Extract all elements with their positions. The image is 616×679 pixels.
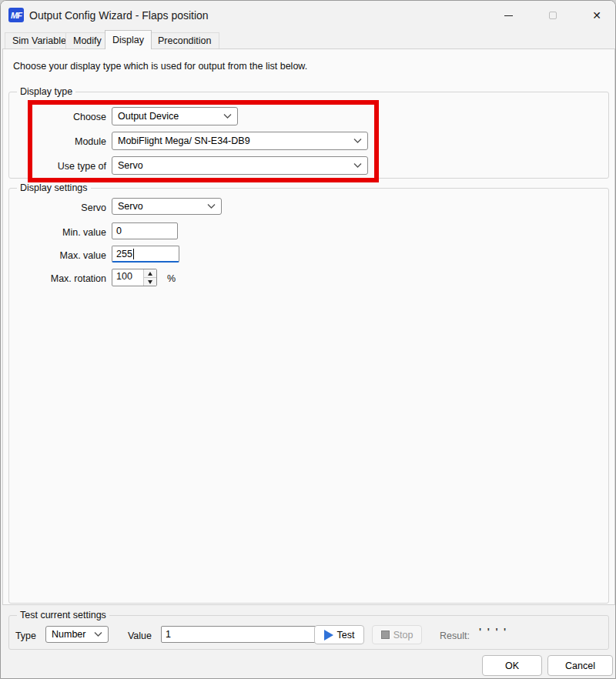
tab-display[interactable]: Display (105, 30, 152, 49)
test-button[interactable]: Test (314, 625, 364, 644)
minimize-button[interactable] (492, 1, 524, 30)
max-value-input[interactable]: 255 (112, 246, 179, 263)
use-type-dropdown[interactable]: Servo (112, 156, 368, 175)
test-value-input[interactable] (161, 626, 327, 643)
choose-dropdown-value: Output Device (118, 111, 179, 122)
arrow-down-icon (148, 280, 152, 284)
use-type-dropdown-value: Servo (118, 160, 143, 171)
chevron-down-icon (353, 138, 362, 144)
min-value-input[interactable] (112, 222, 178, 239)
servo-dropdown-value: Servo (118, 201, 143, 212)
cancel-button[interactable]: Cancel (547, 655, 613, 676)
tab-precondition[interactable]: Precondition (150, 32, 219, 49)
servo-dropdown[interactable]: Servo (112, 198, 222, 215)
title-bar: MF Output Config Wizard - Flaps position (1, 1, 615, 30)
minimize-icon (504, 15, 513, 16)
percent-unit-label: % (167, 273, 176, 284)
stop-icon (381, 630, 390, 639)
servo-label: Servo (14, 202, 106, 213)
display-type-legend: Display type (17, 86, 75, 97)
text-caret (133, 249, 134, 259)
chevron-down-icon (207, 203, 216, 209)
max-rotation-value: 100 (112, 269, 143, 286)
window-title: Output Config Wizard - Flaps position (29, 1, 209, 30)
choose-label: Choose (14, 112, 106, 122)
stop-button-label: Stop (393, 630, 413, 641)
max-rotation-label: Max. rotation (14, 273, 106, 284)
spin-down-button[interactable] (144, 277, 156, 286)
max-value-text: 255 (116, 249, 132, 259)
ok-button[interactable]: OK (482, 655, 542, 676)
test-value-label: Value (101, 630, 152, 641)
result-value: ' ' ' ' (479, 626, 507, 637)
test-settings-legend: Test current settings (17, 610, 109, 620)
maximize-icon (549, 12, 557, 19)
test-type-label: Type (13, 630, 36, 641)
min-value-label: Min. value (14, 227, 106, 238)
arrow-up-icon (148, 272, 152, 276)
spin-up-button[interactable] (144, 269, 156, 277)
use-type-of-label: Use type of (14, 161, 106, 172)
close-button[interactable] (581, 1, 613, 30)
tab-sim-variable[interactable]: Sim Variable (5, 32, 74, 49)
maximize-button[interactable] (537, 1, 569, 30)
play-icon (324, 630, 333, 641)
max-rotation-stepper[interactable]: 100 (112, 269, 157, 286)
result-label: Result: (440, 630, 470, 641)
choose-dropdown[interactable]: Output Device (112, 107, 238, 125)
display-settings-legend: Display settings (17, 182, 91, 193)
ok-button-label: OK (505, 661, 519, 671)
max-value-label: Max. value (14, 250, 106, 261)
output-config-wizard-window: MF Output Config Wizard - Flaps position… (0, 0, 616, 679)
chevron-down-icon (353, 162, 362, 169)
test-type-dropdown-value: Number (52, 629, 85, 640)
cancel-button-label: Cancel (565, 661, 595, 671)
tab-modify[interactable]: Modify (65, 32, 109, 49)
page-description: Choose your display type which is used f… (13, 61, 307, 72)
module-label: Module (14, 136, 106, 147)
test-type-dropdown[interactable]: Number (45, 626, 109, 643)
mobiflight-logo-icon: MF (8, 8, 24, 22)
stop-button[interactable]: Stop (372, 625, 422, 644)
test-button-label: Test (337, 630, 355, 641)
module-dropdown-value: MobiFlight Mega/ SN-E34-DB9 (118, 135, 250, 146)
chevron-down-icon (223, 113, 232, 119)
module-dropdown[interactable]: MobiFlight Mega/ SN-E34-DB9 (112, 132, 368, 150)
